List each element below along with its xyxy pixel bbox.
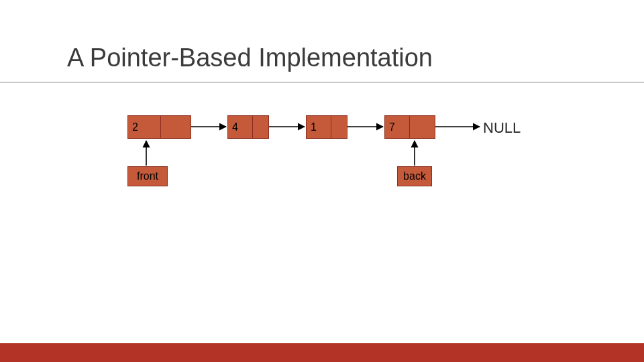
footer-bar: [0, 343, 644, 362]
node-3: 7: [384, 115, 435, 139]
node-2-data: 1: [307, 116, 331, 138]
null-label: NULL: [483, 119, 521, 137]
node-1-next: [253, 116, 268, 138]
slide-title: A Pointer-Based Implementation: [67, 44, 433, 72]
back-pointer-box: back: [397, 166, 432, 186]
node-3-data: 7: [385, 116, 410, 138]
node-1-data: 4: [228, 116, 253, 138]
node-3-next: [410, 116, 435, 138]
title-rule: [0, 82, 644, 82]
node-2: 1: [306, 115, 347, 139]
node-0-next: [161, 116, 191, 138]
node-0-data: 2: [128, 116, 161, 138]
front-pointer-box: front: [127, 166, 168, 186]
node-0: 2: [127, 115, 191, 139]
node-1: 4: [227, 115, 269, 139]
node-2-next: [331, 116, 347, 138]
